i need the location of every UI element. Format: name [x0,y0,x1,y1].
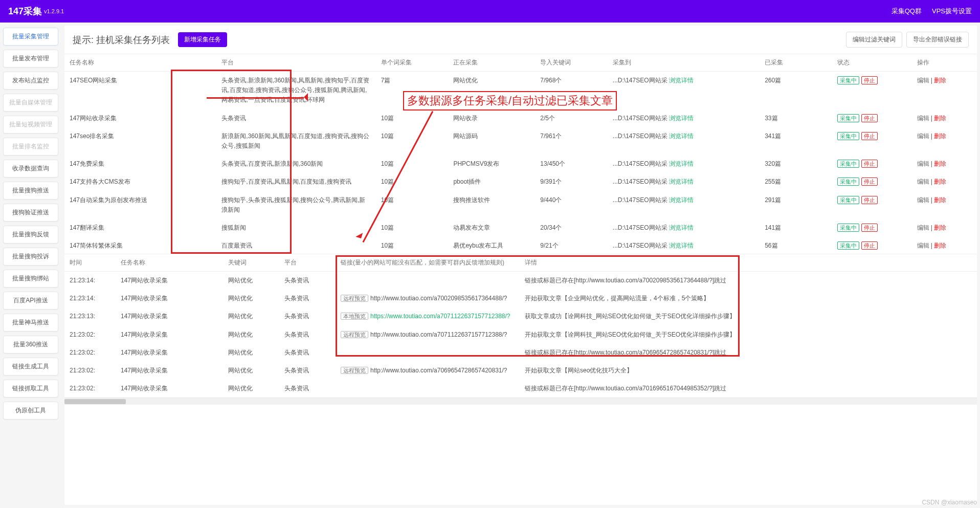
stop-button[interactable]: 停止 [861,224,878,232]
sidebar-item-0[interactable]: 批量采集管理 [3,28,58,46]
sidebar-item-12[interactable]: 百度API推送 [3,292,58,310]
top-link-qq[interactable]: 采集QQ群 [892,7,922,16]
browse-detail-link[interactable]: 浏览详情 [669,115,694,122]
sidebar-item-3[interactable]: 批量自媒体管理 [3,94,58,112]
sidebar-item-17[interactable]: 伪原创工具 [3,402,58,419]
cell-status: 采集中停止 [832,191,912,219]
cell-imported: 9/391个 [535,173,608,191]
cell-time: 21:23:13: [64,307,116,325]
cell-platform: 头条资讯 [216,109,375,127]
sidebar-item-2[interactable]: 发布站点监控 [3,72,58,90]
cell-detail: 链接或标题已存在[http://www.toutiao.com/a7002098… [520,272,977,290]
browse-detail-link[interactable]: 浏览详情 [669,160,694,167]
edit-link[interactable]: 编辑 [917,160,929,167]
th-done: 已采集 [760,54,832,72]
sidebar-item-7[interactable]: 批量搜狗推送 [3,182,58,200]
preview-button[interactable]: 远程预览 [341,295,368,302]
th-collecting: 正在采集 [448,54,535,72]
preview-button[interactable]: 远程预览 [341,367,368,374]
sidebar-item-1[interactable]: 批量发布管理 [3,50,58,68]
horizontal-scrollbar[interactable] [64,397,977,405]
edit-link[interactable]: 编辑 [917,242,929,249]
browse-detail-link[interactable]: 浏览详情 [669,224,694,231]
sidebar-item-11[interactable]: 批量搜狗绑站 [3,270,58,288]
cell-done: 33篇 [760,109,832,127]
top-link-vps[interactable]: VPS拨号设置 [932,7,972,16]
edit-filter-keywords-button[interactable]: 编辑过滤关键词 [846,32,902,48]
log-url[interactable]: http://www.toutiao.com/a7069654728657420… [370,367,507,374]
delete-link[interactable]: 删除 [934,77,946,84]
cell-kw: 网站优化 [223,362,279,380]
cell-op: 编辑 | 删除 [912,72,977,109]
edit-link[interactable]: 编辑 [917,224,929,231]
delete-link[interactable]: 删除 [934,178,946,185]
delete-link[interactable]: 删除 [934,115,946,122]
stop-button[interactable]: 停止 [861,114,878,122]
browse-detail-link[interactable]: 浏览详情 [669,132,694,140]
cell-single: 10篇 [376,219,449,237]
app-brand: 147采集 [8,5,42,17]
cell-detail: 开始获取文章【网站seo优化技巧大全】 [520,362,977,380]
cell-detail: 开始获取文章【企业网站优化，提高网站流量，4个标准，5个策略】 [520,290,977,307]
stop-button[interactable]: 停止 [861,132,878,140]
cell-collecting: 易优eybu发布工具 [448,237,535,254]
cell-collecting: 网站源码 [448,127,535,155]
sidebar-item-6[interactable]: 收录数据查询 [3,160,58,178]
cell-plat: 头条资讯 [279,326,336,344]
export-error-links-button[interactable]: 导出全部错误链接 [906,32,969,48]
cell-plat: 头条资讯 [279,362,336,380]
log-row: 21:23:02:147网站收录采集网站优化头条资讯链接或标题已存在[http:… [64,380,977,397]
sidebar-item-16[interactable]: 链接抓取工具 [3,380,58,397]
cell-done: 56篇 [760,237,832,254]
sidebar-item-14[interactable]: 批量360推送 [3,336,58,354]
edit-link[interactable]: 编辑 [917,77,929,84]
log-row: 21:23:02:147网站收录采集网站优化头条资讯远程预览http://www… [64,362,977,380]
preview-button[interactable]: 本地预览 [341,313,368,320]
sidebar-item-9[interactable]: 批量搜狗反馈 [3,226,58,244]
delete-link[interactable]: 删除 [934,132,946,140]
stop-button[interactable]: 停止 [861,178,878,186]
browse-detail-link[interactable]: 浏览详情 [669,242,694,249]
cell-done: 291篇 [760,191,832,219]
delete-link[interactable]: 删除 [934,196,946,204]
add-task-button[interactable]: 新增采集任务 [178,32,227,47]
preview-button[interactable]: 远程预览 [341,331,368,338]
log-url[interactable]: https://www.toutiao.com/a707112263715771… [370,313,510,320]
stop-button[interactable]: 停止 [861,76,878,84]
stop-button[interactable]: 停止 [861,196,878,204]
delete-link[interactable]: 删除 [934,242,946,249]
annotation-callout: 多数据源多任务采集/自动过滤已采集文章 [403,91,617,111]
cell-op: 编辑 | 删除 [912,173,977,191]
cell-to: ...D:\147SEO网站采 浏览详情 [608,72,760,109]
cell-name: 147翻译采集 [64,219,216,237]
edit-link[interactable]: 编辑 [917,178,929,185]
cell-to: ...D:\147SEO网站采 浏览详情 [608,191,760,219]
edit-link[interactable]: 编辑 [917,196,929,204]
delete-link[interactable]: 删除 [934,160,946,167]
edit-link[interactable]: 编辑 [917,115,929,122]
cell-op: 编辑 | 删除 [912,219,977,237]
sidebar-item-5[interactable]: 批量排名监控 [3,138,58,156]
log-row: 21:23:14:147网站收录采集网站优化头条资讯链接或标题已存在[http:… [64,272,977,290]
sidebar-item-10[interactable]: 批量搜狗投诉 [3,248,58,266]
sidebar-item-8[interactable]: 搜狗验证推送 [3,204,58,222]
log-row: 21:23:14:147网站收录采集网站优化头条资讯远程预览http://www… [64,290,977,307]
delete-link[interactable]: 删除 [934,224,946,231]
browse-detail-link[interactable]: 浏览详情 [669,77,694,84]
cell-platform: 搜狗知乎,百度资讯,凤凰新闻,百度知道,搜狗资讯 [216,173,375,191]
log-url[interactable]: http://www.toutiao.com/a7002098535617364… [370,295,507,302]
task-table-container: 任务名称 平台 单个词采集 正在采集 导入关键词 采集到 已采集 状态 操作 1… [64,54,977,254]
browse-detail-link[interactable]: 浏览详情 [669,196,694,204]
stop-button[interactable]: 停止 [861,241,878,250]
stop-button[interactable]: 停止 [861,160,878,168]
sidebar-item-4[interactable]: 批量短视频管理 [3,116,58,134]
sidebar-item-13[interactable]: 批量神马推送 [3,314,58,332]
cell-link: 本地预览https://www.toutiao.com/a70711226371… [336,307,520,325]
sidebar-item-15[interactable]: 链接生成工具 [3,358,58,376]
log-url[interactable]: http://www.toutiao.com/a7071122637157712… [370,331,507,338]
cell-time: 21:23:02: [64,326,116,344]
edit-link[interactable]: 编辑 [917,132,929,140]
browse-detail-link[interactable]: 浏览详情 [669,178,694,185]
cell-op: 编辑 | 删除 [912,237,977,254]
cell-task: 147网站收录采集 [116,272,223,290]
